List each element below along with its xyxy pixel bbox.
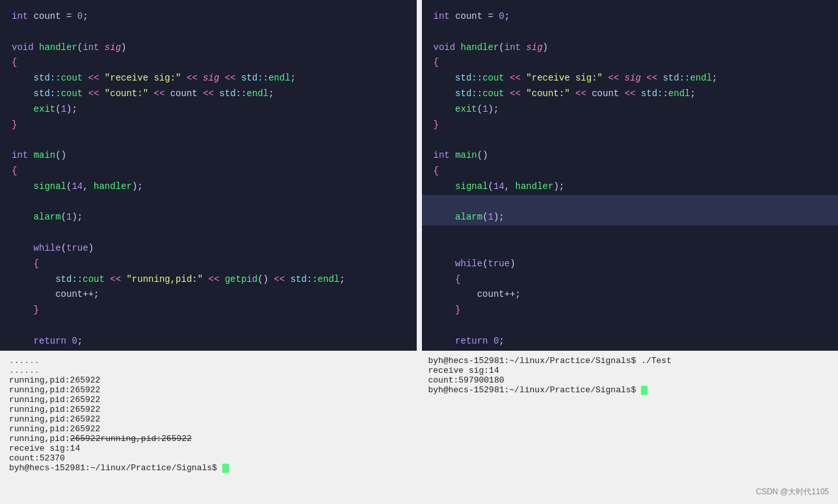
terminal-line: running,pid:265922 [9, 424, 410, 434]
left-code: int count = 0; void handler(int sig) { s… [12, 9, 405, 351]
terminal-line: running,pid:265922 [9, 375, 410, 385]
right-code: int count = 0; void handler(int sig) { s… [434, 9, 827, 351]
terminal-line: running,pid:265922 [9, 414, 410, 424]
top-section: int count = 0; void handler(int sig) { s… [0, 0, 838, 351]
terminal-line: count:597900180 [428, 375, 830, 385]
terminal-right: byh@hecs-152981:~/linux/Practice/Signals… [419, 351, 839, 504]
terminal-line: byh@hecs-152981:~/linux/Practice/Signals… [428, 356, 830, 366]
terminal-line: receive sig:14 [9, 444, 410, 453]
bottom-section: ...... ...... running,pid:265922 running… [0, 351, 838, 504]
right-code-panel: int count = 0; void handler(int sig) { s… [422, 0, 839, 351]
terminal-line: ...... [9, 356, 410, 366]
terminal-line: receive sig:14 [428, 366, 830, 375]
terminal-prompt-left: byh@hecs-152981:~/linux/Practice/Signals… [9, 463, 410, 473]
terminal-line: count:52370 [9, 453, 410, 463]
terminal-left: ...... ...... running,pid:265922 running… [0, 351, 419, 504]
terminal-line: running,pid:265922 [9, 405, 410, 414]
csdn-watermark: CSDN @大时代1105 [756, 486, 829, 498]
terminal-line: running,pid:265922 [9, 385, 410, 395]
terminal-prompt-right: byh@hecs-152981:~/linux/Practice/Signals… [428, 385, 830, 395]
terminal-line: ...... [9, 366, 410, 375]
terminal-line: running,pid:265922 [9, 395, 410, 405]
terminal-line: running,pid:265922running,pid:265922 [9, 434, 410, 444]
left-code-panel: int count = 0; void handler(int sig) { s… [0, 0, 422, 351]
